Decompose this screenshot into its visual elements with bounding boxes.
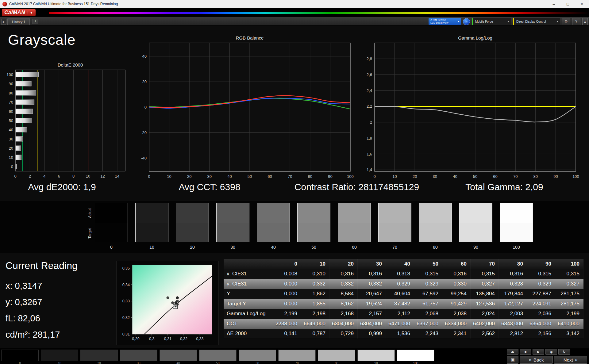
swatch-actual [379,203,411,223]
table-cell: 0,729 [329,329,358,339]
tab-history-1[interactable]: History 1 [7,18,30,25]
back-button[interactable]: « Back [520,356,553,364]
pattern-window-button[interactable]: ▣ [507,356,518,364]
swatch-actual [176,203,209,223]
swatch-label: 40 [257,245,290,250]
stop-icon[interactable]: ■ [520,349,531,355]
calman-logo-menu[interactable]: CalMAN ▼ [2,9,36,16]
help-icon[interactable]: ? [572,18,580,25]
gear-icon[interactable]: ⚙ [562,18,570,25]
minimize-button[interactable]: – [547,0,561,8]
pattern-level-patch[interactable] [199,350,237,361]
table-column-header: 30 [358,259,386,269]
meter-dropdown[interactable]: X-Rite i1Pro 2 LCD Direct View ▼ [429,18,461,25]
source-dropdown[interactable]: Mobile Forge ▼ [472,18,511,25]
close-button[interactable]: × [575,0,589,8]
measurement-table: 0102030405060708090100 x: CIE310,0080,31… [224,259,583,339]
swatch-actual [338,203,371,223]
svg-text:40: 40 [227,174,232,179]
table-cell: 6397,000 [414,319,442,329]
table-cell: 6471,000 [386,319,414,329]
pattern-level-label: 90 [357,362,395,364]
table-cell: 6304,000 [358,319,386,329]
svg-text:0: 0 [14,174,16,178]
table-cell: 2238,000 [273,319,301,329]
pattern-level-label: 40 [160,362,197,364]
table-cell: 0,316 [358,269,386,279]
table-cell: 0,008 [273,269,301,279]
svg-text:70: 70 [513,174,518,179]
swatch-label: 30 [216,245,249,250]
svg-text:10: 10 [392,174,397,179]
collapse-icon[interactable]: ▴ [582,18,588,25]
svg-text:90: 90 [553,174,558,179]
add-tab-button[interactable]: + [33,19,38,24]
refresh-icon[interactable]: ↻ [558,349,570,355]
tab-scroll-button[interactable]: ▶ [1,19,6,25]
pattern-level-patch[interactable] [357,350,395,361]
swatch-label: 80 [419,245,452,250]
pattern-level-patch[interactable] [41,350,78,361]
license-badge: 151 [463,18,470,25]
svg-text:60: 60 [9,109,13,114]
table-cell: 281,175 [555,289,583,299]
table-cell: 227,887 [527,289,555,299]
table-cell: 2,024 [471,309,499,319]
grayscale-swatch [338,203,371,242]
svg-text:DeltaE 2000: DeltaE 2000 [58,62,83,67]
pattern-level-patch[interactable] [160,350,197,361]
swatch-actual [257,203,290,223]
snapshot-icon[interactable]: ◉ [545,349,557,355]
pattern-level-label: 50 [199,362,237,364]
display-control-dropdown[interactable]: Direct Display Control ▼ [513,18,560,25]
pattern-level-label: 80 [318,362,355,364]
play-icon[interactable]: ▶ [533,349,544,355]
pattern-level-patch[interactable] [239,350,276,361]
svg-text:RGB Balance: RGB Balance [236,35,264,40]
svg-text:10: 10 [86,174,90,178]
stat-contrast-ratio: Contrast Ratio: 281174855129 [294,182,419,192]
svg-text:0,33: 0,33 [122,299,130,303]
svg-text:50: 50 [248,174,252,179]
chevron-down-icon: ▼ [507,20,510,23]
pattern-level-patch[interactable] [397,350,434,361]
svg-text:1,6: 1,6 [367,152,372,156]
swatch-label: 70 [378,245,411,250]
stat-total-gamma: Total Gamma: 2,09 [465,182,543,192]
grayscale-swatch [135,203,168,242]
swatch-label: 100 [500,245,533,250]
eject-icon[interactable]: ⏏ [507,349,518,355]
svg-text:0,35: 0,35 [122,266,130,270]
table-cell: 6649,000 [301,319,329,329]
stat-avg-de2000: Avg dE2000: 1,9 [28,182,96,192]
reading-x: x: 0,3147 [6,281,42,291]
svg-text:1,4: 1,4 [367,167,372,172]
table-row-label: y: CIE31 [224,279,273,289]
pattern-level-patch[interactable] [1,350,39,361]
table-cell: 0,332 [301,279,329,289]
pattern-level-patch[interactable] [318,350,355,361]
table-cell: 1,862 [301,289,329,299]
source-label: Mobile Forge [475,20,493,23]
table-cell: 67,592 [414,289,442,299]
svg-text:Gamma Log/Log: Gamma Log/Log [458,35,492,40]
table-cell: 8,162 [329,299,358,309]
table-cell: 2,068 [414,309,442,319]
pattern-level-label: 100 [397,362,434,364]
grayscale-swatch [257,203,290,242]
table-cell: 0,787 [301,329,329,339]
table-cell: 40,604 [386,289,414,299]
pattern-level-patch[interactable] [120,350,157,361]
table-cell: 0,329 [527,279,555,289]
svg-text:8: 8 [72,174,75,178]
grayscale-swatch [95,203,128,242]
brand-bar: CalMAN ▼ [0,8,589,17]
next-button[interactable]: Next » [554,356,587,364]
table-cell: 0,000 [273,299,301,309]
maximize-button[interactable]: □ [561,0,575,8]
table-cell: 0,316 [442,269,471,279]
svg-text:80: 80 [9,91,13,95]
pattern-level-patch[interactable] [278,350,316,361]
grayscale-swatch [176,203,209,242]
pattern-level-patch[interactable] [80,350,118,361]
